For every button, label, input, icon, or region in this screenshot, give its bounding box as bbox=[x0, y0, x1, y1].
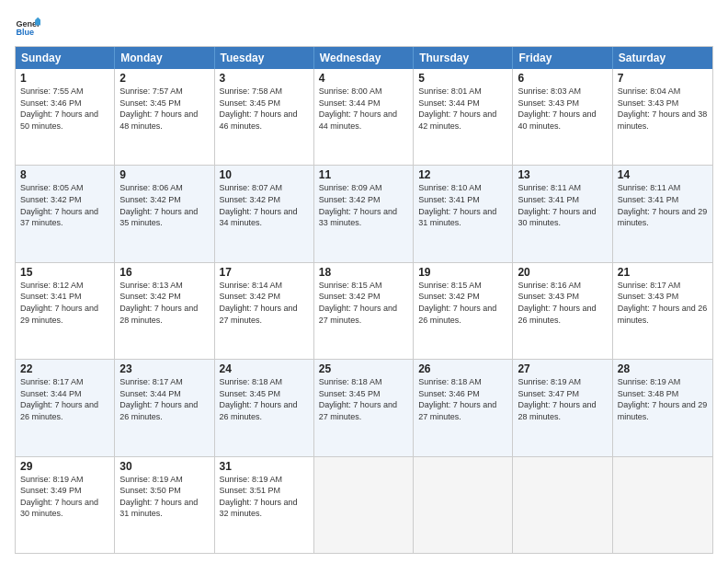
day-cell-13: 13 Sunrise: 8:11 AM Sunset: 3:41 PM Dayl… bbox=[513, 166, 612, 261]
sunrise-time: Sunrise: 8:16 AM bbox=[518, 280, 607, 292]
sunset-time: Sunset: 3:44 PM bbox=[119, 388, 209, 400]
empty-cell bbox=[414, 457, 513, 553]
sunset-time: Sunset: 3:41 PM bbox=[20, 291, 109, 303]
day-info: Sunrise: 8:00 AM Sunset: 3:44 PM Dayligh… bbox=[319, 86, 408, 132]
sunrise-time: Sunrise: 8:13 AM bbox=[119, 280, 209, 292]
day-number: 13 bbox=[518, 168, 607, 181]
sunrise-time: Sunrise: 8:14 AM bbox=[220, 280, 309, 292]
day-number: 31 bbox=[220, 460, 309, 473]
sunrise-time: Sunrise: 8:11 AM bbox=[518, 182, 607, 194]
sunset-time: Sunset: 3:42 PM bbox=[220, 194, 309, 206]
sunrise-time: Sunrise: 8:17 AM bbox=[20, 376, 109, 388]
day-number: 28 bbox=[618, 362, 708, 375]
day-cell-9: 9 Sunrise: 8:06 AM Sunset: 3:42 PM Dayli… bbox=[115, 166, 214, 261]
sunset-time: Sunset: 3:42 PM bbox=[119, 291, 209, 303]
sunset-time: Sunset: 3:46 PM bbox=[418, 388, 507, 400]
day-number: 17 bbox=[220, 266, 309, 279]
sunset-time: Sunset: 3:42 PM bbox=[319, 291, 408, 303]
day-info: Sunrise: 8:10 AM Sunset: 3:41 PM Dayligh… bbox=[418, 182, 507, 228]
daylight-hours: Daylight: 7 hours and 26 minutes. bbox=[119, 399, 209, 422]
sunrise-time: Sunrise: 8:04 AM bbox=[618, 86, 708, 98]
day-info: Sunrise: 8:03 AM Sunset: 3:43 PM Dayligh… bbox=[518, 86, 607, 132]
sunrise-time: Sunrise: 8:18 AM bbox=[418, 376, 507, 388]
sunrise-time: Sunrise: 8:03 AM bbox=[518, 86, 607, 98]
logo-icon: General Blue bbox=[15, 15, 40, 40]
daylight-hours: Daylight: 7 hours and 30 minutes. bbox=[20, 497, 109, 520]
day-info: Sunrise: 8:01 AM Sunset: 3:44 PM Dayligh… bbox=[418, 86, 507, 132]
day-cell-31: 31 Sunrise: 8:19 AM Sunset: 3:51 PM Dayl… bbox=[215, 457, 314, 553]
day-info: Sunrise: 8:04 AM Sunset: 3:43 PM Dayligh… bbox=[618, 86, 708, 132]
sunrise-time: Sunrise: 7:55 AM bbox=[20, 86, 109, 98]
day-number: 30 bbox=[119, 460, 209, 473]
day-cell-24: 24 Sunrise: 8:18 AM Sunset: 3:45 PM Dayl… bbox=[215, 360, 314, 455]
daylight-hours: Daylight: 7 hours and 27 minutes. bbox=[418, 399, 507, 422]
daylight-hours: Daylight: 7 hours and 30 minutes. bbox=[518, 206, 607, 229]
sunrise-time: Sunrise: 8:10 AM bbox=[418, 182, 507, 194]
sunrise-time: Sunrise: 7:58 AM bbox=[220, 86, 309, 98]
header-cell-tuesday: Tuesday bbox=[215, 47, 314, 69]
daylight-hours: Daylight: 7 hours and 34 minutes. bbox=[220, 206, 309, 229]
daylight-hours: Daylight: 7 hours and 26 minutes. bbox=[518, 303, 607, 326]
sunset-time: Sunset: 3:46 PM bbox=[20, 98, 109, 109]
day-info: Sunrise: 8:15 AM Sunset: 3:42 PM Dayligh… bbox=[418, 280, 507, 326]
header-cell-friday: Friday bbox=[513, 47, 612, 69]
day-info: Sunrise: 8:19 AM Sunset: 3:51 PM Dayligh… bbox=[220, 474, 309, 520]
day-info: Sunrise: 8:14 AM Sunset: 3:42 PM Dayligh… bbox=[220, 280, 309, 326]
day-info: Sunrise: 7:57 AM Sunset: 3:45 PM Dayligh… bbox=[119, 86, 209, 132]
day-info: Sunrise: 8:19 AM Sunset: 3:47 PM Dayligh… bbox=[518, 376, 607, 422]
day-number: 6 bbox=[518, 72, 607, 85]
day-info: Sunrise: 8:15 AM Sunset: 3:42 PM Dayligh… bbox=[319, 280, 408, 326]
page: General Blue SundayMondayTuesdayWednesda… bbox=[0, 0, 728, 563]
day-number: 15 bbox=[20, 266, 109, 279]
sunrise-time: Sunrise: 8:12 AM bbox=[20, 280, 109, 292]
daylight-hours: Daylight: 7 hours and 33 minutes. bbox=[319, 206, 408, 229]
day-info: Sunrise: 8:09 AM Sunset: 3:42 PM Dayligh… bbox=[319, 182, 408, 228]
sunrise-time: Sunrise: 8:06 AM bbox=[119, 182, 209, 194]
svg-text:Blue: Blue bbox=[16, 28, 34, 37]
sunrise-time: Sunrise: 8:15 AM bbox=[319, 280, 408, 292]
day-number: 4 bbox=[319, 72, 408, 85]
day-number: 14 bbox=[618, 168, 708, 181]
day-number: 9 bbox=[119, 168, 209, 181]
calendar-week-1: 1 Sunrise: 7:55 AM Sunset: 3:46 PM Dayli… bbox=[16, 69, 712, 166]
sunrise-time: Sunrise: 8:00 AM bbox=[319, 86, 408, 98]
day-cell-10: 10 Sunrise: 8:07 AM Sunset: 3:42 PM Dayl… bbox=[215, 166, 314, 261]
day-cell-22: 22 Sunrise: 8:17 AM Sunset: 3:44 PM Dayl… bbox=[16, 360, 115, 455]
day-cell-28: 28 Sunrise: 8:19 AM Sunset: 3:48 PM Dayl… bbox=[613, 360, 712, 455]
sunset-time: Sunset: 3:42 PM bbox=[20, 194, 109, 206]
day-cell-27: 27 Sunrise: 8:19 AM Sunset: 3:47 PM Dayl… bbox=[513, 360, 612, 455]
day-info: Sunrise: 7:58 AM Sunset: 3:45 PM Dayligh… bbox=[220, 86, 309, 132]
sunrise-time: Sunrise: 8:17 AM bbox=[618, 280, 708, 292]
day-cell-2: 2 Sunrise: 7:57 AM Sunset: 3:45 PM Dayli… bbox=[115, 69, 214, 165]
empty-cell bbox=[314, 457, 414, 553]
day-cell-25: 25 Sunrise: 8:18 AM Sunset: 3:45 PM Dayl… bbox=[314, 360, 414, 455]
sunset-time: Sunset: 3:42 PM bbox=[418, 291, 507, 303]
day-cell-3: 3 Sunrise: 7:58 AM Sunset: 3:45 PM Dayli… bbox=[215, 69, 314, 165]
daylight-hours: Daylight: 7 hours and 50 minutes. bbox=[20, 109, 109, 132]
sunset-time: Sunset: 3:45 PM bbox=[220, 98, 309, 109]
daylight-hours: Daylight: 7 hours and 29 minutes. bbox=[618, 399, 708, 422]
sunrise-time: Sunrise: 8:19 AM bbox=[618, 376, 708, 388]
day-cell-4: 4 Sunrise: 8:00 AM Sunset: 3:44 PM Dayli… bbox=[314, 69, 414, 165]
sunrise-time: Sunrise: 8:19 AM bbox=[119, 474, 209, 486]
empty-cell bbox=[613, 457, 712, 553]
day-info: Sunrise: 8:13 AM Sunset: 3:42 PM Dayligh… bbox=[119, 280, 209, 326]
day-info: Sunrise: 8:19 AM Sunset: 3:50 PM Dayligh… bbox=[119, 474, 209, 520]
day-info: Sunrise: 8:12 AM Sunset: 3:41 PM Dayligh… bbox=[20, 280, 109, 326]
day-info: Sunrise: 8:07 AM Sunset: 3:42 PM Dayligh… bbox=[220, 182, 309, 228]
sunrise-time: Sunrise: 8:18 AM bbox=[220, 376, 309, 388]
daylight-hours: Daylight: 7 hours and 26 minutes. bbox=[618, 303, 708, 326]
sunrise-time: Sunrise: 8:18 AM bbox=[319, 376, 408, 388]
calendar-week-3: 15 Sunrise: 8:12 AM Sunset: 3:41 PM Dayl… bbox=[16, 263, 712, 360]
header: General Blue bbox=[15, 15, 713, 40]
empty-cell bbox=[513, 457, 612, 553]
day-info: Sunrise: 8:17 AM Sunset: 3:43 PM Dayligh… bbox=[618, 280, 708, 326]
daylight-hours: Daylight: 7 hours and 27 minutes. bbox=[220, 303, 309, 326]
sunset-time: Sunset: 3:44 PM bbox=[418, 98, 507, 109]
day-cell-7: 7 Sunrise: 8:04 AM Sunset: 3:43 PM Dayli… bbox=[613, 69, 712, 165]
daylight-hours: Daylight: 7 hours and 29 minutes. bbox=[20, 303, 109, 326]
sunset-time: Sunset: 3:45 PM bbox=[220, 388, 309, 400]
day-number: 2 bbox=[119, 72, 209, 85]
day-info: Sunrise: 8:19 AM Sunset: 3:48 PM Dayligh… bbox=[618, 376, 708, 422]
day-number: 7 bbox=[618, 72, 708, 85]
